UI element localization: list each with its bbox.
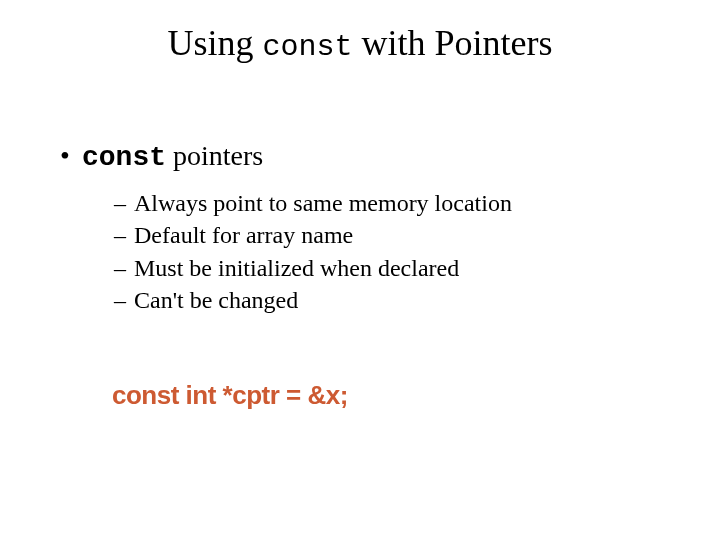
sub-item-2: –Must be initialized when declared [114,252,660,284]
slide-body: •const pointers –Always point to same me… [60,140,660,317]
sub-item-3: –Can't be changed [114,284,660,316]
dash-icon: – [114,284,134,316]
bullet-marker: • [60,140,82,172]
dash-icon: – [114,252,134,284]
title-keyword: const [262,30,352,64]
title-part2: with Pointers [353,23,553,63]
title-part1: Using [167,23,262,63]
sub-item-1: –Default for array name [114,219,660,251]
bullet-level1: •const pointers [60,140,660,173]
slide-title: Using const with Pointers [0,22,720,64]
code-example: const int *cptr = &x; [112,380,348,411]
slide: Using const with Pointers •const pointer… [0,0,720,540]
sub-item-text: Default for array name [134,222,353,248]
dash-icon: – [114,219,134,251]
sub-item-0: –Always point to same memory location [114,187,660,219]
bullet-keyword: const [82,142,166,173]
sub-item-text: Always point to same memory location [134,190,512,216]
sub-item-text: Must be initialized when declared [134,255,459,281]
bullet-text: pointers [166,140,263,171]
dash-icon: – [114,187,134,219]
sub-item-text: Can't be changed [134,287,298,313]
